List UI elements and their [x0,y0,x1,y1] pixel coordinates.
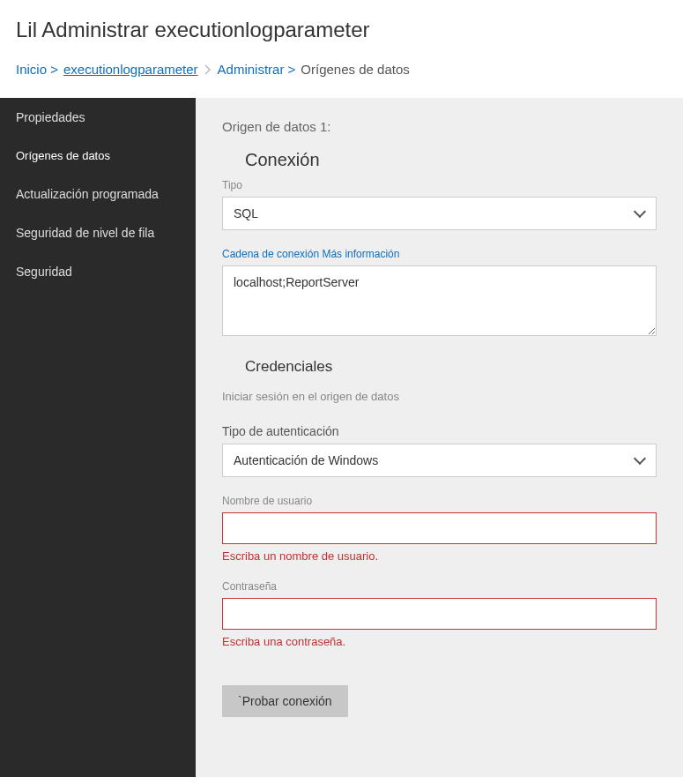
chevron-right-icon [204,64,212,75]
breadcrumb-item-administrar[interactable]: Administrar > [218,62,296,77]
sidebar: Propiedades Orígenes de datos Actualizac… [0,98,196,777]
username-error: Escriba un nombre de usuario. [222,549,657,563]
type-label: Tipo [222,179,657,191]
sidebar-item-seguridad-fila[interactable]: Seguridad de nivel de fila [0,213,196,252]
breadcrumb: Inicio > executionlogparameter Administr… [16,62,667,77]
password-label: Contraseña [222,580,657,593]
username-label: Nombre de usuario [222,495,657,507]
content-area: Origen de datos 1: Conexión Tipo SQL Cad… [196,98,683,777]
auth-type-label: Tipo de autenticación [222,424,657,438]
password-input[interactable] [222,598,657,630]
breadcrumb-home[interactable]: Inicio > [16,62,58,77]
password-error: Escriba una contraseña. [222,635,657,648]
sidebar-item-seguridad[interactable]: Seguridad [0,252,196,291]
connstr-label[interactable]: Cadena de conexión Más información [222,248,657,260]
username-input[interactable] [222,512,657,544]
test-connection-button[interactable]: `Probar conexión [222,685,348,717]
page-title: Lil Administrar executionlogparameter [16,18,667,42]
breadcrumb-item-executionlogparameter[interactable]: executionlogparameter [63,62,198,77]
sidebar-item-origenes[interactable]: Orígenes de datos [0,137,196,175]
credentials-subtitle: Iniciar sesión en el origen de datos [222,390,657,403]
auth-type-select[interactable]: Autenticación de Windows [222,444,657,477]
datasource-heading: Origen de datos 1: [222,119,657,134]
sidebar-item-propiedades[interactable]: Propiedades [0,98,196,137]
breadcrumb-current: Orígenes de datos [301,62,409,77]
sidebar-item-actualizacion[interactable]: Actualización programada [0,175,196,213]
connection-title: Conexión [245,150,657,170]
credentials-title: Credenciales [245,358,657,376]
connstr-input[interactable]: localhost;ReportServer [222,265,657,336]
type-select[interactable]: SQL [222,197,657,230]
